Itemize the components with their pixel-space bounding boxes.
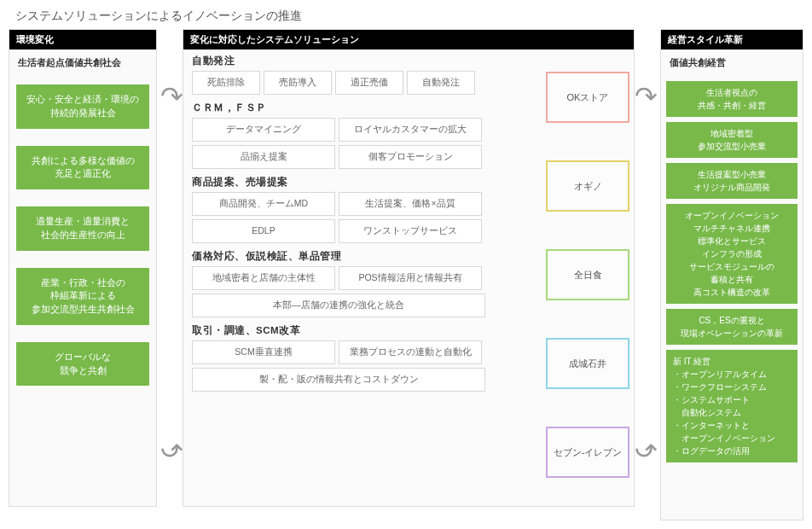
env-box-0: 安心・安全と経済・環境の 持続的発展社会 — [16, 84, 149, 129]
arrow-right-to-center-bottom: ↷ — [635, 432, 658, 464]
col-management: 経営スタイル革新 価値共創経営 生活者視点の 共感・共創・経営地域密着型 参加交… — [660, 29, 803, 520]
env-box-3: 産業・行政・社会の 枠組革新による 参加交流型共生共創社会 — [16, 268, 149, 325]
solution-chip: 適正売価 — [335, 71, 403, 95]
solution-chip: 地域密着と店舗の主体性 — [192, 266, 335, 290]
mgmt-box-1: 地域密着型 参加交流型小売業 — [666, 122, 798, 158]
col-environment: 環境変化 生活者起点価値共創社会 安心・安全と経済・環境の 持続的発展社会共創に… — [9, 29, 157, 507]
solution-chip: POS情報活用と情報共有 — [339, 266, 482, 290]
arrow-left-to-center-top: ↷ — [160, 80, 183, 113]
mgmt-box-2: 生活提案型小売業 オリジナル商品開発 — [666, 163, 798, 199]
env-box-2: 適量生産・適量消費と 社会的生産性の向上 — [16, 206, 149, 251]
company-box-4: セブン-イレブン — [546, 427, 629, 478]
env-box-1: 共創による多様な価値の 充足と適正化 — [16, 146, 149, 190]
solution-chip: 自動発注 — [407, 71, 475, 95]
solution-chip: 製・配・販の情報共有とコストダウン — [192, 368, 485, 392]
mgmt-box-3: オープンイノベーション マルチチャネル連携 標準化とサービス インフラの形成 サ… — [666, 204, 798, 304]
col-solutions-header: 変化に対応したシステムソリューション — [183, 30, 634, 49]
company-box-1: オギノ — [546, 160, 629, 212]
solution-chip: 個客プロモーション — [339, 145, 482, 169]
mgmt-box-0: 生活者視点の 共感・共創・経営 — [666, 81, 798, 117]
solution-chip: 売筋導入 — [264, 71, 332, 95]
solution-group-title: 自動発注 — [192, 55, 625, 67]
solution-chip: EDLP — [192, 219, 335, 243]
col-management-header: 経営スタイル革新 — [661, 30, 803, 49]
company-box-3: 成城石井 — [546, 338, 629, 389]
solution-chip: 本部―店舗の連携の強化と統合 — [192, 294, 485, 317]
solution-chip: 商品開発、チームMD — [192, 192, 335, 216]
solution-chip: 死筋排除 — [192, 71, 260, 95]
company-box-2: 全日食 — [546, 249, 629, 300]
arrow-center-to-right-top: ↷ — [635, 80, 658, 113]
mgmt-box-5: 新 IT 経営 ・オープンリアルタイム ・ワークフローシステム ・システムサポー… — [666, 350, 798, 462]
mgmt-box-4: CS，ESの重視と 現場オペレーションの革新 — [666, 309, 798, 345]
col-management-subhead: 価値共創経営 — [661, 49, 803, 73]
col-environment-header: 環境変化 — [9, 30, 156, 49]
col-environment-subhead: 生活者起点価値共創社会 — [9, 49, 156, 73]
arrow-center-to-left-bottom: ↷ — [160, 432, 183, 464]
solution-chip: ロイヤルカスタマーの拡大 — [339, 118, 482, 142]
diagram-canvas: 環境変化 生活者起点価値共創社会 安心・安全と経済・環境の 持続的発展社会共創に… — [9, 29, 803, 522]
solution-chip: 業務プロセスの連動と自動化 — [339, 340, 482, 364]
solution-chip: 生活提案、価格×品質 — [339, 192, 482, 216]
solution-chip: 品揃え提案 — [192, 145, 335, 169]
solution-chip: SCM垂直連携 — [192, 340, 335, 364]
solution-group-title: 取引・調達、SCM改革 — [192, 324, 625, 337]
company-box-0: OKストア — [546, 72, 629, 123]
solution-chip: データマイニング — [192, 118, 335, 142]
env-box-4: グローバルな 競争と共創 — [16, 342, 149, 387]
page-title: システムソリューションによるイノベーションの推進 — [0, 0, 812, 29]
solution-chip: ワンストップサービス — [339, 219, 482, 243]
